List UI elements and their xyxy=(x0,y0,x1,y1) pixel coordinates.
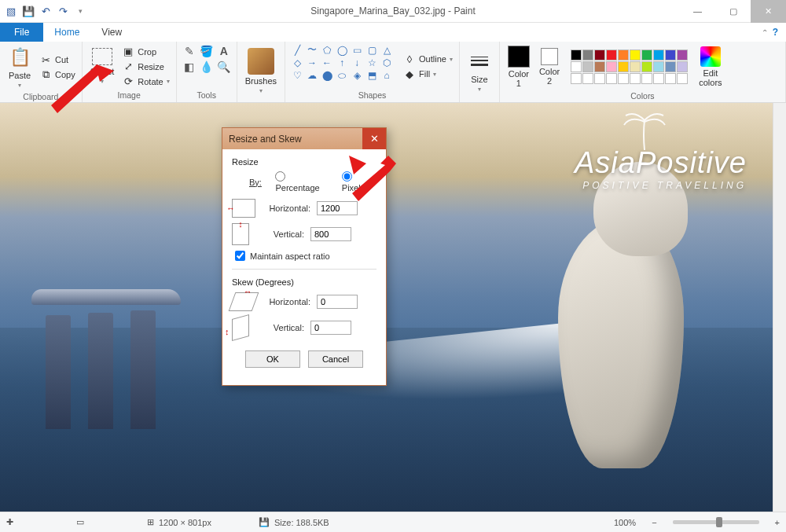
maintain-aspect-checkbox[interactable]: Maintain aspect ratio xyxy=(232,251,376,261)
color-swatch[interactable] xyxy=(665,61,676,72)
filesize-icon: 💾 xyxy=(259,517,270,527)
skew-vertical-label: Vertical: xyxy=(255,323,304,332)
dialog-close-button[interactable]: ✕ xyxy=(362,128,386,149)
color-swatch[interactable] xyxy=(630,61,641,72)
picker-icon[interactable]: 💧 xyxy=(200,61,213,73)
status-bar: ✚ ▭ ⊞ 1200 × 801px 💾 Size: 188.5KB 100% … xyxy=(0,512,786,532)
color-swatch[interactable] xyxy=(665,50,676,61)
skew-horizontal-label: Horizontal: xyxy=(262,297,310,306)
color-swatch[interactable] xyxy=(653,73,664,84)
dialog-titlebar[interactable]: Resize and Skew ✕ xyxy=(222,128,386,149)
close-button[interactable]: ✕ xyxy=(751,0,786,23)
group-size: Size ▾ xyxy=(460,42,500,102)
help-icon[interactable]: ? xyxy=(773,27,778,38)
zoom-slider[interactable] xyxy=(673,520,759,524)
color-swatch[interactable] xyxy=(677,50,688,61)
color-swatch[interactable] xyxy=(653,61,664,72)
color-swatch[interactable] xyxy=(571,61,582,72)
color2-button[interactable]: Color 2 xyxy=(536,46,563,87)
save-icon[interactable]: 💾 xyxy=(22,5,35,17)
select-icon xyxy=(92,48,112,65)
crop-button[interactable]: ▣Crop xyxy=(120,45,171,59)
ribbon-collapse-icon[interactable]: ⌃ ? xyxy=(754,23,786,42)
eraser-icon[interactable]: ◧ xyxy=(184,61,194,73)
by-label: By: xyxy=(249,178,264,187)
clipboard-icon: 📋 xyxy=(8,46,31,69)
zoom-in-button[interactable]: + xyxy=(775,518,780,527)
lineweight-icon xyxy=(468,50,491,73)
tab-home[interactable]: Home xyxy=(43,23,90,42)
color-swatch[interactable] xyxy=(594,73,605,84)
brush-icon xyxy=(248,48,274,75)
shapes-group-label: Shapes xyxy=(290,89,454,102)
group-tools: ✎ 🪣 A ◧ 💧 🔍 Tools xyxy=(177,42,237,102)
skew-vertical-icon: ↕ xyxy=(232,314,249,341)
color-palette[interactable] xyxy=(571,50,688,84)
color-swatch[interactable] xyxy=(582,61,593,72)
size-button[interactable]: Size ▾ xyxy=(465,44,494,98)
color-swatch[interactable] xyxy=(571,50,582,61)
color-swatch[interactable] xyxy=(630,73,641,84)
resize-horizontal-input[interactable] xyxy=(317,201,358,215)
redo-icon[interactable]: ↷ xyxy=(57,5,69,17)
brushes-button[interactable]: Brushes ▾ xyxy=(242,44,280,98)
undo-icon[interactable]: ↶ xyxy=(39,5,52,17)
vertical-scrollbar[interactable] xyxy=(773,103,786,512)
color-swatch[interactable] xyxy=(677,61,688,72)
color1-button[interactable]: Color 1 xyxy=(505,44,533,90)
tab-file[interactable]: File xyxy=(0,23,43,42)
maximize-button[interactable]: ▢ xyxy=(715,0,751,23)
skew-horizontal-icon: ↔ xyxy=(229,292,259,311)
color2-swatch xyxy=(541,48,558,65)
colors-group-label: Colors xyxy=(505,90,780,103)
edit-colors-button[interactable]: Edit colors xyxy=(696,45,725,89)
title-bar: ▧ 💾 ↶ ↷ ▾ Singapore_Marina_Bay_032.jpg -… xyxy=(0,0,786,23)
color-swatch[interactable] xyxy=(618,50,629,61)
color-swatch[interactable] xyxy=(594,61,605,72)
selection-size-icon: ▭ xyxy=(76,517,84,527)
color-swatch[interactable] xyxy=(630,50,641,61)
color-swatch[interactable] xyxy=(606,61,617,72)
radio-percentage[interactable]: Percentage xyxy=(275,171,330,193)
color-swatch[interactable] xyxy=(641,73,652,84)
paste-button[interactable]: 📋 Paste ▾ xyxy=(5,44,35,90)
crop-icon: ▣ xyxy=(122,46,134,58)
magnifier-icon[interactable]: 🔍 xyxy=(217,61,230,73)
skew-vertical-input[interactable] xyxy=(310,321,351,335)
color-swatch[interactable] xyxy=(665,73,676,84)
color-swatch[interactable] xyxy=(641,50,652,61)
shapes-gallery[interactable]: ╱〜⬠◯▭▢△ ◇→←↑↓☆⬡ ♡☁⬤⬭◈⬒⌂ xyxy=(290,44,394,89)
shape-fill-button[interactable]: ◆Fill▾ xyxy=(402,67,454,81)
resize-button[interactable]: ⤢Resize xyxy=(120,60,171,74)
color-swatch[interactable] xyxy=(653,50,664,61)
shape-outline-button[interactable]: ◊Outline▾ xyxy=(402,52,454,66)
text-icon[interactable]: A xyxy=(220,45,228,57)
merlion-statue xyxy=(558,217,684,468)
fill-icon[interactable]: 🪣 xyxy=(200,45,213,57)
color-swatch[interactable] xyxy=(677,73,688,84)
color-swatch[interactable] xyxy=(594,50,605,61)
minimize-button[interactable]: — xyxy=(680,0,715,23)
color-swatch[interactable] xyxy=(618,61,629,72)
color-swatch[interactable] xyxy=(618,73,629,84)
tools-group-label: Tools xyxy=(182,89,232,102)
copy-icon: ⧉ xyxy=(39,68,52,81)
color-swatch[interactable] xyxy=(641,61,652,72)
color-swatch[interactable] xyxy=(606,50,617,61)
chevron-down-icon: ▾ xyxy=(18,82,21,89)
resize-vertical-label: Vertical: xyxy=(255,229,304,239)
ok-button[interactable]: OK xyxy=(245,350,300,368)
tab-view[interactable]: View xyxy=(90,23,133,42)
zoom-out-button[interactable]: − xyxy=(652,518,656,527)
rotate-button[interactable]: ⟳Rotate▾ xyxy=(120,75,171,89)
resize-horizontal-label: Horizontal: xyxy=(262,204,310,213)
qat-dropdown-icon[interactable]: ▾ xyxy=(74,5,86,17)
resize-vertical-input[interactable] xyxy=(310,227,351,241)
cancel-button[interactable]: Cancel xyxy=(308,350,363,368)
color-swatch[interactable] xyxy=(606,73,617,84)
pencil-icon[interactable]: ✎ xyxy=(185,45,194,57)
skew-horizontal-input[interactable] xyxy=(317,295,358,309)
color-swatch[interactable] xyxy=(571,73,582,84)
color-swatch[interactable] xyxy=(582,73,593,84)
color-swatch[interactable] xyxy=(582,50,593,61)
